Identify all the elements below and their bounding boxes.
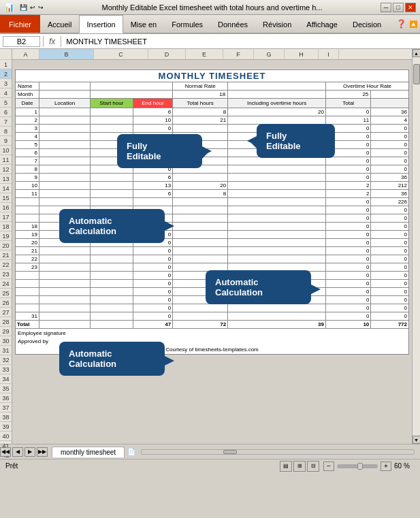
auto-calc-label-1: AutomaticCalculation (69, 216, 116, 236)
fully-editable-label-1: FullyEditable (127, 141, 161, 161)
row-header-37: 37 (0, 403, 12, 412)
row-header-20: 20 (0, 241, 12, 250)
status-bar: Prêt ▤ ⊞ ⊟ − + 60 % (0, 459, 420, 472)
title-bar-left: 📊 💾 ↩ ↪ (4, 3, 44, 12)
row-header-11: 11 (0, 155, 12, 165)
row-header-33: 33 (0, 365, 12, 374)
ribbon-minimize-icon[interactable]: 🔼 (409, 20, 417, 28)
th-start-hour: Start hour (91, 99, 133, 108)
fully-editable-bubble-1: FullyEditable (117, 134, 202, 168)
tab-formules[interactable]: Formules (164, 15, 210, 33)
row-header-16: 16 (0, 203, 12, 212)
maximize-button[interactable]: □ (393, 3, 404, 12)
normal-rate-label-cell: Normal Rate (173, 82, 228, 91)
data-row-12: 0 226 (16, 198, 409, 206)
row-header-35: 35 (0, 384, 12, 393)
row-header-22: 22 (0, 260, 12, 270)
zoom-in-button[interactable]: + (381, 462, 391, 471)
employee-sig-row: Employee signature (16, 329, 409, 338)
page-layout-button[interactable]: ⊞ (293, 461, 306, 472)
data-row-2: 2 10 21 11 4 (16, 116, 409, 125)
zoom-slider[interactable] (337, 464, 378, 468)
data-row-8: 8 0 0 0 (16, 165, 409, 174)
scroll-down-button[interactable]: ▼ (413, 436, 421, 444)
sheet-tab-area: ◀◀ ◀ ▶ ▶▶ monthly timesheet 📄 (0, 444, 420, 459)
scroll-track[interactable] (413, 57, 421, 436)
data-row-9: 9 6 0 36 (16, 174, 409, 182)
row-header-30: 30 (0, 336, 12, 346)
sheet-nav-first[interactable]: ◀◀ (0, 447, 11, 457)
row-header-3: 3 (0, 79, 12, 88)
col-header-g: G (254, 49, 285, 59)
th-end-hour: End hour (133, 99, 172, 108)
normal-rate-value-cell (228, 82, 326, 91)
or-spacer (371, 91, 409, 99)
quick-redo[interactable]: ↪ (38, 4, 44, 11)
zoom-out-button[interactable]: − (323, 462, 334, 471)
quick-undo[interactable]: ↩ (30, 4, 35, 11)
quick-save[interactable]: 💾 (20, 4, 27, 11)
col-header-f: F (223, 49, 254, 59)
month-spacer (91, 91, 173, 99)
data-row-4: 4 0 0 0 (16, 133, 409, 141)
nr-spacer (228, 91, 326, 99)
auto-calc-label-2: AutomaticCalculation (215, 277, 263, 297)
sheet-nav-last[interactable]: ▶▶ (37, 447, 48, 457)
fully-editable-label-2: FullyEditable (266, 131, 301, 151)
auto-calc-bubble-3: AutomaticCalculation (59, 342, 165, 376)
row-header-10: 10 (0, 146, 12, 155)
scroll-thumb[interactable] (413, 64, 420, 84)
row-header-14: 14 (0, 184, 12, 193)
zoom-thumb[interactable] (357, 463, 363, 470)
bubble-arrow-1 (202, 146, 212, 156)
total-row: Total 47 72 39 10 772 (16, 321, 409, 329)
h-scroll-thumb[interactable] (223, 450, 237, 454)
sheet-tab-monthly[interactable]: monthly timesheet (52, 447, 125, 457)
tab-donnees[interactable]: Données (210, 15, 255, 33)
ribbon: Fichier Accueil Insertion Mise en Formul… (0, 15, 420, 34)
vertical-scrollbar[interactable]: ▲ ▼ (412, 49, 420, 444)
month-value-cell[interactable] (39, 91, 91, 99)
row-header-29: 29 (0, 327, 12, 336)
formula-bar: B2 fx MONTHLY TIMESHEET (0, 34, 420, 49)
timesheet-title: MONTHLY TIMESHEET (159, 71, 266, 81)
page-break-button[interactable]: ⊟ (307, 461, 319, 472)
normal-view-button[interactable]: ▤ (280, 461, 292, 472)
name-value-cell[interactable] (39, 82, 91, 91)
auto-calc-bubble-2: AutomaticCalculation (206, 270, 311, 304)
formula-divider-2 (61, 36, 61, 47)
ribbon-tabs: Fichier Accueil Insertion Mise en Formul… (0, 15, 420, 33)
minimize-button[interactable]: ─ (381, 3, 391, 12)
sheet-nav-prev[interactable]: ◀ (12, 447, 23, 457)
row-header-27: 27 (0, 308, 12, 317)
normal-rate-value: 18 (173, 91, 228, 99)
data-row-10: 10 13 20 2 212 (16, 182, 409, 190)
formula-divider (43, 36, 44, 47)
name-spacer (91, 82, 173, 91)
row-header-23: 23 (0, 270, 12, 279)
sheet-nav-next[interactable]: ▶ (25, 447, 35, 457)
scroll-up-button[interactable]: ▲ (413, 49, 421, 57)
tab-insertion[interactable]: Insertion (79, 15, 123, 33)
row-header-36: 36 (0, 393, 12, 403)
tab-fichier[interactable]: Fichier (0, 15, 40, 33)
help-icon[interactable]: ❓ (396, 19, 406, 29)
title-bar: 📊 💾 ↩ ↪ Monthly Editable Excel timesheet… (0, 0, 420, 15)
cell-reference-input[interactable]: B2 (3, 36, 40, 47)
close-button[interactable]: ✕ (405, 3, 416, 12)
tab-revision[interactable]: Révision (255, 15, 299, 33)
sheet-tab-add[interactable]: 📄 (125, 448, 135, 455)
horizontal-scrollbar[interactable] (141, 449, 415, 455)
bubble-arrow-5 (165, 356, 174, 366)
fx-label: fx (46, 37, 58, 46)
view-buttons: ▤ ⊞ ⊟ (280, 461, 319, 472)
tab-affichage[interactable]: Affichage (299, 15, 345, 33)
tab-mise-en[interactable]: Mise en (123, 15, 165, 33)
tab-decision[interactable]: Decision (345, 15, 389, 33)
sheet-icon[interactable]: 📄 (127, 448, 135, 455)
formula-input[interactable]: MONTHLY TIMESHEET (64, 37, 417, 46)
row-header-40: 40 (0, 432, 12, 441)
timesheet-table-wrapper: MONTHLY TIMESHEET Name Normal Rate Overt… (15, 69, 409, 355)
tab-accueil[interactable]: Accueil (40, 15, 79, 33)
row-header-13: 13 (0, 174, 12, 184)
